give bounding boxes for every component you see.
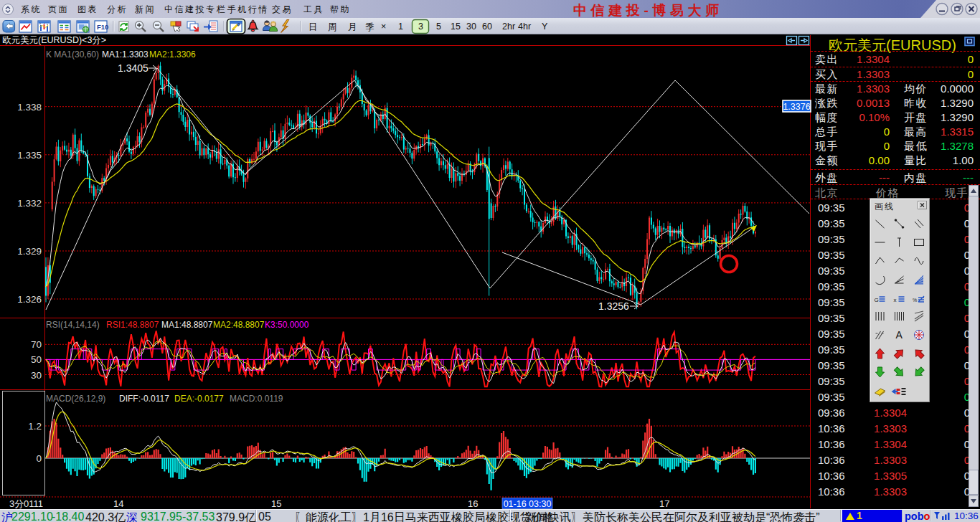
svg-text:MA2:1.3306: MA2:1.3306 [149, 49, 196, 60]
svg-text:RSI1:48.8807: RSI1:48.8807 [106, 320, 159, 330]
svg-text:MACD(26,12,9): MACD(26,12,9) [46, 394, 105, 404]
svg-text:G: G [875, 297, 879, 303]
svg-text:1.2: 1.2 [28, 421, 42, 432]
svg-text:1.3256: 1.3256 [598, 300, 629, 312]
svg-text:0: 0 [36, 453, 42, 464]
svg-text:1.338: 1.338 [17, 102, 42, 113]
svg-text:欧元美元(EURUSD)<3分>: 欧元美元(EURUSD)<3分> [2, 35, 106, 45]
svg-text:1.3376: 1.3376 [783, 102, 810, 112]
svg-text:RSI(14,14,14): RSI(14,14,14) [46, 320, 100, 330]
svg-text:DIFF:-0.0117: DIFF:-0.0117 [119, 394, 169, 404]
svg-text:15: 15 [271, 498, 281, 509]
svg-text:K3:50.0000: K3:50.0000 [265, 320, 309, 330]
svg-text:A: A [896, 329, 903, 341]
svg-text:30: 30 [31, 370, 42, 381]
svg-text:1.326: 1.326 [17, 294, 42, 305]
svg-text:1.3405: 1.3405 [118, 62, 149, 74]
svg-text:50: 50 [31, 354, 42, 365]
svg-text:MA1:48.8807: MA1:48.8807 [161, 320, 213, 330]
svg-text:70: 70 [31, 339, 42, 350]
svg-text:17: 17 [659, 498, 669, 509]
svg-text:%: % [913, 298, 917, 303]
svg-text:3分: 3分 [9, 498, 24, 509]
svg-text:K MA1(30,60): K MA1(30,60) [46, 49, 99, 60]
svg-text:MA1:1.3303: MA1:1.3303 [102, 49, 149, 60]
svg-text:0111: 0111 [24, 498, 43, 509]
svg-text:16: 16 [468, 498, 478, 509]
svg-text:F10: F10 [97, 23, 108, 31]
svg-text:14: 14 [113, 498, 123, 509]
svg-text:1.335: 1.335 [17, 150, 42, 161]
svg-text:x: x [894, 297, 897, 303]
svg-text:01-16 03:30: 01-16 03:30 [504, 499, 552, 509]
svg-text:1.332: 1.332 [17, 198, 42, 209]
svg-text:DEA:-0.0177: DEA:-0.0177 [174, 394, 224, 404]
svg-text:MACD:0.0119: MACD:0.0119 [230, 394, 283, 404]
svg-text:1.329: 1.329 [17, 246, 42, 257]
svg-text:MA2:48.8807: MA2:48.8807 [213, 320, 265, 330]
